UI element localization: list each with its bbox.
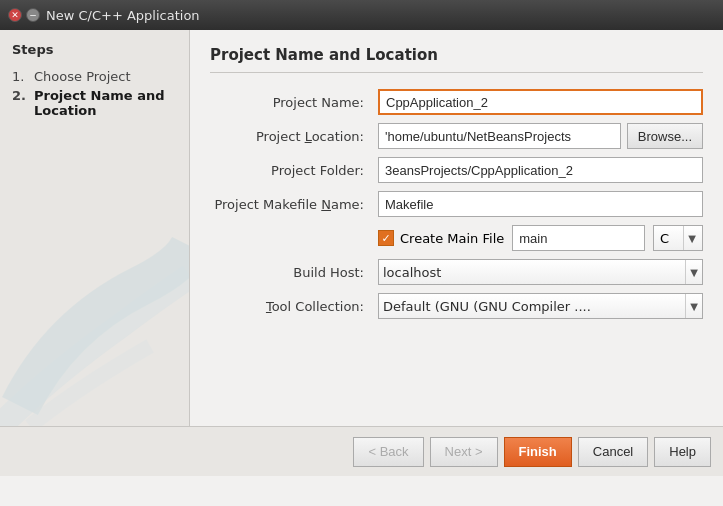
tool-collection-select[interactable]: Default (GNU (GNU Compiler .... ▼ [378,293,703,319]
step-1-label: Choose Project [34,69,131,84]
project-location-label: Project Location: [210,129,370,144]
language-value: C [660,231,669,246]
makefile-name-input-wrap [378,191,703,217]
project-name-input-wrap [378,89,703,115]
create-main-checkbox-row: Create Main File [378,230,504,246]
step-2-label: Project Name andLocation [34,88,164,118]
step-2: 2. Project Name andLocation [12,86,177,120]
project-name-label: Project Name: [210,95,370,110]
app-window: ✕ − New C/C++ Application Steps 1. Choos… [0,0,723,476]
steps-list: 1. Choose Project 2. Project Name andLoc… [12,67,177,120]
sidebar: Steps 1. Choose Project 2. Project Name … [0,30,190,426]
panel-title: Project Name and Location [210,46,703,73]
language-dropdown-arrow: ▼ [683,226,696,250]
step-2-number: 2. [12,88,30,118]
create-main-file-label: Create Main File [400,231,504,246]
title-bar: ✕ − New C/C++ Application [0,0,723,30]
close-button[interactable]: ✕ [8,8,22,22]
makefile-name-input[interactable] [378,191,703,217]
sidebar-decoration [0,226,190,426]
project-name-input[interactable] [378,89,703,115]
form-grid: Project Name: Project Location: Browse..… [210,89,703,319]
tool-collection-arrow: ▼ [685,294,698,318]
next-button[interactable]: Next > [430,437,498,467]
project-folder-label: Project Folder: [210,163,370,178]
finish-button[interactable]: Finish [504,437,572,467]
main-file-name-input[interactable] [512,225,645,251]
window-controls: ✕ − [8,8,40,22]
build-host-select[interactable]: localhost ▼ [378,259,703,285]
steps-heading: Steps [12,42,177,57]
create-main-row: Create Main File C ▼ [378,225,703,251]
browse-button[interactable]: Browse... [627,123,703,149]
build-host-arrow: ▼ [685,260,698,284]
step-1: 1. Choose Project [12,67,177,86]
build-host-label: Build Host: [210,265,370,280]
build-host-value: localhost [383,265,441,280]
create-main-checkbox[interactable] [378,230,394,246]
tool-collection-value: Default (GNU (GNU Compiler .... [383,299,591,314]
project-folder-input-wrap [378,157,703,183]
project-location-row: Browse... [378,123,703,149]
tool-collection-label: Tool Collection: [210,299,370,314]
help-button[interactable]: Help [654,437,711,467]
makefile-name-label: Project Makefile Name: [210,197,370,212]
language-select[interactable]: C ▼ [653,225,703,251]
step-1-number: 1. [12,69,30,84]
back-button[interactable]: < Back [353,437,423,467]
minimize-button[interactable]: − [26,8,40,22]
main-panel: Project Name and Location Project Name: … [190,30,723,426]
cancel-button[interactable]: Cancel [578,437,648,467]
content-area: Steps 1. Choose Project 2. Project Name … [0,30,723,426]
project-location-input[interactable] [378,123,621,149]
footer: < Back Next > Finish Cancel Help [0,426,723,476]
window-title: New C/C++ Application [46,8,200,23]
project-folder-input[interactable] [378,157,703,183]
